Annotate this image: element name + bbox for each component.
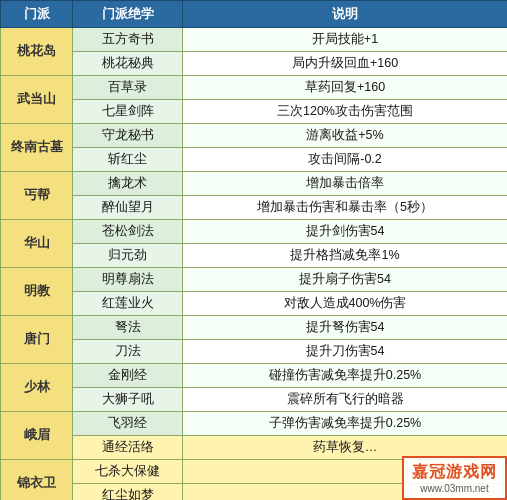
skill-cell: 七杀大保健 [73, 460, 183, 484]
desc-cell: 提升扇子伤害54 [183, 268, 508, 292]
table-row: 终南古墓守龙秘书游离收益+5% [1, 124, 508, 148]
skill-cell: 七星剑阵 [73, 100, 183, 124]
sect-cell: 武当山 [1, 76, 73, 124]
skill-cell: 百草录 [73, 76, 183, 100]
skill-cell: 归元劲 [73, 244, 183, 268]
desc-cell: 对敌人造成400%伤害 [183, 292, 508, 316]
sect-cell: 终南古墓 [1, 124, 73, 172]
sect-cell: 明教 [1, 268, 73, 316]
skill-cell: 红莲业火 [73, 292, 183, 316]
table-row: 醉仙望月增加暴击伤害和暴击率（5秒） [1, 196, 508, 220]
table-row: 唐门弩法提升弩伤害54 [1, 316, 508, 340]
desc-cell: 震碎所有飞行的暗器 [183, 388, 508, 412]
skill-cell: 通经活络 [73, 436, 183, 460]
table-row: 七星剑阵三次120%攻击伤害范围 [1, 100, 508, 124]
desc-cell: 提升剑伤害54 [183, 220, 508, 244]
skill-cell: 守龙秘书 [73, 124, 183, 148]
table-row: 斩红尘攻击间隔-0.2 [1, 148, 508, 172]
skill-cell: 五方奇书 [73, 28, 183, 52]
desc-cell: 碰撞伤害减免率提升0.25% [183, 364, 508, 388]
skill-cell: 刀法 [73, 340, 183, 364]
skill-cell: 醉仙望月 [73, 196, 183, 220]
skill-cell: 桃花秘典 [73, 52, 183, 76]
table-header-row: 门派 门派绝学 说明 [1, 1, 508, 28]
table-row: 归元劲提升格挡减免率1% [1, 244, 508, 268]
desc-cell: 草药回复+160 [183, 76, 508, 100]
sect-cell: 锦衣卫 [1, 460, 73, 501]
desc-cell: 子弹伤害减免率提升0.25% [183, 412, 508, 436]
desc-cell: 提升弩伤害54 [183, 316, 508, 340]
skill-cell: 擒龙术 [73, 172, 183, 196]
table-row: 桃花秘典局内升级回血+160 [1, 52, 508, 76]
skill-cell: 明尊扇法 [73, 268, 183, 292]
desc-cell: 三次120%攻击伤害范围 [183, 100, 508, 124]
desc-cell: 攻击间隔-0.2 [183, 148, 508, 172]
sect-cell: 少林 [1, 364, 73, 412]
skill-cell: 苍松剑法 [73, 220, 183, 244]
table-row: 明教明尊扇法提升扇子伤害54 [1, 268, 508, 292]
skill-cell: 飞羽经 [73, 412, 183, 436]
main-table-container: 门派 门派绝学 说明 桃花岛五方奇书开局技能+1桃花秘典局内升级回血+160武当… [0, 0, 507, 500]
table-row: 红莲业火对敌人造成400%伤害 [1, 292, 508, 316]
table-row: 武当山百草录草药回复+160 [1, 76, 508, 100]
watermark: 嘉冠游戏网 www.03mm.net [402, 456, 507, 500]
table-row: 华山苍松剑法提升剑伤害54 [1, 220, 508, 244]
sect-cell: 峨眉 [1, 412, 73, 460]
sect-skill-table: 门派 门派绝学 说明 桃花岛五方奇书开局技能+1桃花秘典局内升级回血+160武当… [0, 0, 507, 500]
sect-cell: 华山 [1, 220, 73, 268]
sect-cell: 丐帮 [1, 172, 73, 220]
header-sect: 门派 [1, 1, 73, 28]
desc-cell: 增加暴击倍率 [183, 172, 508, 196]
table-row: 丐帮擒龙术增加暴击倍率 [1, 172, 508, 196]
watermark-url: www.03mm.net [420, 483, 488, 494]
desc-cell: 游离收益+5% [183, 124, 508, 148]
skill-cell: 大狮子吼 [73, 388, 183, 412]
watermark-title: 嘉冠游戏网 [412, 462, 497, 483]
skill-cell: 弩法 [73, 316, 183, 340]
skill-cell: 斩红尘 [73, 148, 183, 172]
desc-cell: 提升刀伤害54 [183, 340, 508, 364]
skill-cell: 金刚经 [73, 364, 183, 388]
table-row: 峨眉飞羽经子弹伤害减免率提升0.25% [1, 412, 508, 436]
header-desc: 说明 [183, 1, 508, 28]
skill-cell: 红尘如梦 [73, 484, 183, 501]
table-row: 刀法提升刀伤害54 [1, 340, 508, 364]
desc-cell: 增加暴击伤害和暴击率（5秒） [183, 196, 508, 220]
header-skill: 门派绝学 [73, 1, 183, 28]
desc-cell: 提升格挡减免率1% [183, 244, 508, 268]
sect-cell: 唐门 [1, 316, 73, 364]
table-row: 少林金刚经碰撞伤害减免率提升0.25% [1, 364, 508, 388]
desc-cell: 局内升级回血+160 [183, 52, 508, 76]
desc-cell: 开局技能+1 [183, 28, 508, 52]
sect-cell: 桃花岛 [1, 28, 73, 76]
table-row: 桃花岛五方奇书开局技能+1 [1, 28, 508, 52]
table-row: 大狮子吼震碎所有飞行的暗器 [1, 388, 508, 412]
